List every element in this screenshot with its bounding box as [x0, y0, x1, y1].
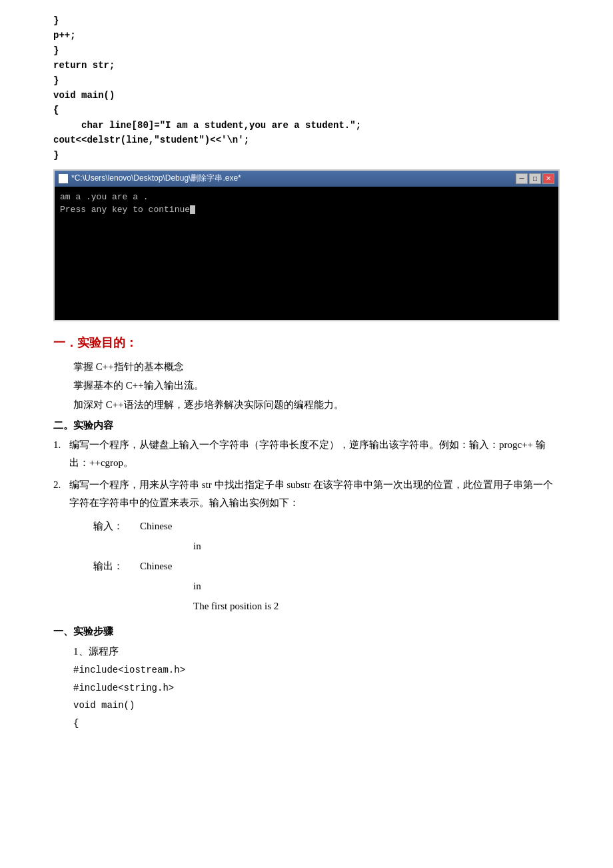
- step-code-line1: #include<iostream.h>: [73, 661, 560, 679]
- input-val1: Chinese: [140, 516, 172, 536]
- section1-item3: 加深对 C++语法的理解，逐步培养解决实际问题的编程能力。: [73, 395, 560, 415]
- code-line-5: }: [53, 73, 560, 88]
- item1-content: 编写一个程序，从键盘上输入一个字符串（字符串长度不定），逆序输出该字符串。例如：…: [69, 436, 560, 472]
- section1-content: 掌握 C++指针的基本概念 掌握基本的 C++输入输出流。 加深对 C++语法的…: [73, 357, 560, 415]
- section2-item2: 2. 编写一个程序，用来从字符串 str 中找出指定子串 substr 在该字符…: [53, 476, 560, 512]
- terminal-output-line1: am a .you are a .: [60, 191, 553, 204]
- section2-title: 二。实验内容: [53, 419, 560, 432]
- step-code-line2: #include<string.h>: [73, 679, 560, 697]
- step-subsection-label: 1、源程序: [73, 642, 560, 661]
- input-val2: in: [193, 536, 201, 556]
- terminal-title-text: *C:\Users\lenovo\Desktop\Debug\删除字串.exe*: [71, 173, 241, 184]
- terminal-window: ■ *C:\Users\lenovo\Desktop\Debug\删除字串.ex…: [53, 169, 560, 321]
- code-line-7: {: [53, 103, 560, 117]
- output-val3: The first position is 2: [193, 596, 279, 616]
- output-label: 输出：: [93, 556, 127, 576]
- terminal-output-line2: Press any key to continue: [60, 203, 553, 217]
- step-code-line4: {: [73, 715, 560, 733]
- code-line-6: void main(): [53, 88, 560, 103]
- code-line-4: return str;: [53, 58, 560, 73]
- io-example: 输入： Chinese in 输出： Chinese in The first …: [93, 516, 560, 616]
- code-line-3: }: [53, 43, 560, 58]
- code-line-9: cout<<delstr(line,"student")<<'\n';: [53, 133, 560, 147]
- terminal-titlebar: ■ *C:\Users\lenovo\Desktop\Debug\删除字串.ex…: [55, 171, 558, 187]
- code-top-block: } p++; } return str; } void main() { cha…: [53, 13, 560, 163]
- output-label2: [93, 576, 127, 596]
- section3-title: 一、实验步骤: [53, 625, 560, 638]
- step-code-block: #include<iostream.h> #include<string.h> …: [73, 661, 560, 732]
- section1-title: 一．实验目的：: [53, 335, 560, 351]
- section1-item1: 掌握 C++指针的基本概念: [73, 357, 560, 377]
- terminal-body: am a .you are a . Press any key to conti…: [55, 187, 558, 320]
- minimize-button[interactable]: ─: [516, 173, 528, 184]
- maximize-button[interactable]: □: [529, 173, 541, 184]
- terminal-title-left: ■ *C:\Users\lenovo\Desktop\Debug\删除字串.ex…: [59, 173, 241, 184]
- io-output-row1: 输出： Chinese: [93, 556, 560, 576]
- step-code-line3: void main(): [73, 697, 560, 715]
- io-output-row3: The first position is 2: [93, 596, 560, 616]
- output-val2: in: [193, 576, 201, 596]
- io-input-row1: 输入： Chinese: [93, 516, 560, 536]
- terminal-cursor: [190, 205, 195, 214]
- terminal-app-icon: ■: [59, 174, 68, 183]
- close-button[interactable]: ✕: [542, 173, 554, 184]
- code-line-8: char line[80]="I am a student,you are a …: [53, 118, 560, 133]
- output-val1: Chinese: [140, 556, 172, 576]
- code-line-1: }: [53, 13, 560, 28]
- input-label2: [93, 536, 127, 556]
- code-line-2: p++;: [53, 28, 560, 43]
- item2-num: 2.: [53, 476, 69, 512]
- code-line-10: }: [53, 148, 560, 163]
- input-label: 输入：: [93, 516, 127, 536]
- item2-content: 编写一个程序，用来从字符串 str 中找出指定子串 substr 在该字符串中第…: [69, 476, 560, 512]
- item1-num: 1.: [53, 436, 69, 472]
- io-output-row2: in: [93, 576, 560, 596]
- terminal-buttons[interactable]: ─ □ ✕: [516, 173, 554, 184]
- io-input-row2: in: [93, 536, 560, 556]
- section3-content: 1、源程序 #include<iostream.h> #include<stri…: [73, 642, 560, 732]
- section2-item1: 1. 编写一个程序，从键盘上输入一个字符串（字符串长度不定），逆序输出该字符串。…: [53, 436, 560, 472]
- section1-item2: 掌握基本的 C++输入输出流。: [73, 376, 560, 395]
- output-label3: [93, 596, 127, 616]
